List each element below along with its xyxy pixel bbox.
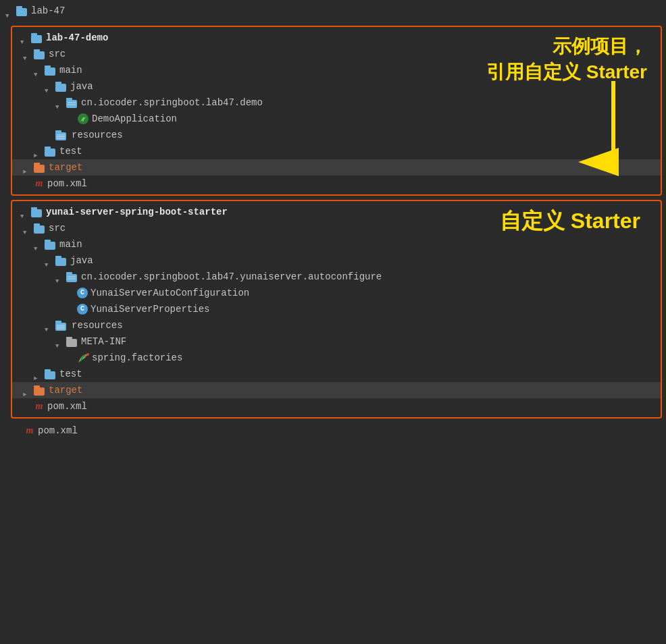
class-icon-properties: C <box>77 304 88 315</box>
starter-target-label: target <box>49 383 82 398</box>
demo-pom-label: pom.xml <box>47 176 87 191</box>
svg-rect-43 <box>66 337 72 340</box>
starter-resources-label: resources <box>72 318 123 333</box>
svg-rect-16 <box>55 130 61 133</box>
starter-metainf-arrow[interactable] <box>55 338 63 346</box>
maven-icon-demo: m <box>34 178 45 189</box>
svg-rect-11 <box>66 98 72 101</box>
svg-rect-31 <box>55 258 66 266</box>
demo-test-arrow[interactable] <box>34 147 42 155</box>
demo-target-arrow[interactable] <box>23 163 31 171</box>
starter-properties-node[interactable]: C YunaiServerProperties <box>12 301 661 317</box>
starter-pkg-arrow[interactable] <box>55 273 63 281</box>
demo-resources-node[interactable]: resources <box>12 127 661 143</box>
starter-pkg-folder-icon <box>66 272 78 282</box>
svg-rect-34 <box>66 272 72 275</box>
demo-pkg-arrow[interactable] <box>55 99 63 107</box>
demo-test-label: test <box>59 144 82 159</box>
root-pom-label: pom.xml <box>38 423 78 438</box>
root-arrow[interactable] <box>5 7 14 15</box>
svg-rect-9 <box>55 82 61 84</box>
svg-rect-1 <box>16 6 22 9</box>
demo-test-node[interactable]: test <box>12 143 661 159</box>
starter-target-folder-icon <box>34 385 46 396</box>
svg-rect-38 <box>55 321 61 323</box>
demo-root-arrow[interactable] <box>20 34 28 42</box>
svg-rect-46 <box>45 369 51 372</box>
demo-resources-folder-icon <box>55 130 69 140</box>
starter-pkg-node[interactable]: cn.iocoder.springboot.lab47.yunaiserver.… <box>12 269 661 285</box>
svg-rect-0 <box>16 8 27 16</box>
starter-main-node[interactable]: main <box>12 236 661 252</box>
starter-root-folder-icon <box>31 207 43 217</box>
demo-src-label: src <box>49 47 66 61</box>
starter-resources-arrow[interactable] <box>45 321 53 329</box>
root-label: lab-47 <box>31 3 65 19</box>
starter-metainf-label: META-INF <box>81 334 126 349</box>
starter-target-arrow[interactable] <box>23 386 31 394</box>
demo-pkg-label: cn.iocoder.springboot.lab47.demo <box>81 95 263 110</box>
starter-metainf-node[interactable]: META-INF <box>12 333 661 350</box>
demo-pkg-node[interactable]: cn.iocoder.springboot.lab47.demo <box>12 95 661 111</box>
demo-main-folder-icon <box>45 65 57 76</box>
svg-rect-25 <box>31 209 42 217</box>
demo-test-folder-icon <box>45 146 57 157</box>
maven-icon-root: m <box>24 425 35 436</box>
starter-project-box: yunai-server-spring-boot-starter 自定义 Sta… <box>11 200 662 419</box>
starter-properties-label: YunaiServerProperties <box>91 302 209 317</box>
starter-test-label: test <box>59 367 82 381</box>
starter-java-folder-icon <box>55 256 68 266</box>
demo-main-label: main <box>59 63 82 78</box>
starter-pom-label: pom.xml <box>47 399 87 414</box>
demo-java-label: java <box>70 79 93 94</box>
demo-project-box: lab-47-demo src main <box>11 26 662 196</box>
starter-pom-node[interactable]: m pom.xml <box>12 398 661 414</box>
starter-test-arrow[interactable] <box>34 370 42 378</box>
starter-java-node[interactable]: java <box>12 252 661 269</box>
starter-spring-factories-node[interactable]: spring.factories <box>12 350 661 366</box>
root-folder-icon <box>16 6 28 16</box>
svg-rect-48 <box>34 385 40 388</box>
starter-resources-node[interactable]: resources <box>12 317 661 333</box>
starter-target-node[interactable]: target <box>12 382 661 398</box>
svg-rect-27 <box>34 225 45 234</box>
demo-pom-node[interactable]: m pom.xml <box>12 176 661 192</box>
starter-auto-config-label: YunaiServerAutoConfiguration <box>91 286 249 300</box>
svg-rect-22 <box>34 165 45 173</box>
demo-src-folder-icon <box>34 49 46 59</box>
svg-rect-26 <box>31 207 37 210</box>
demo-pkg-folder-icon <box>66 98 78 108</box>
starter-src-arrow[interactable] <box>23 224 31 232</box>
demo-src-arrow[interactable] <box>23 50 31 58</box>
root-pom-node[interactable]: m pom.xml <box>0 423 666 439</box>
svg-rect-32 <box>55 256 61 259</box>
demo-target-folder-icon <box>34 163 46 173</box>
svg-rect-10 <box>66 100 77 108</box>
demo-root-folder-icon <box>31 33 43 43</box>
demo-main-arrow[interactable] <box>34 66 42 74</box>
svg-rect-30 <box>45 240 51 242</box>
svg-rect-45 <box>45 371 55 379</box>
demo-target-node[interactable]: target <box>12 159 661 176</box>
demo-java-folder-icon <box>55 82 68 92</box>
svg-rect-5 <box>34 49 40 52</box>
demo-app-node[interactable]: DemoApplication <box>12 111 661 127</box>
svg-rect-29 <box>45 242 55 250</box>
starter-main-arrow[interactable] <box>34 240 42 248</box>
starter-auto-config-node[interactable]: C YunaiServerAutoConfiguration <box>12 285 661 301</box>
starter-java-arrow[interactable] <box>45 257 53 265</box>
demo-resources-label: resources <box>72 128 123 142</box>
svg-rect-2 <box>31 35 42 43</box>
svg-rect-7 <box>45 65 51 68</box>
svg-rect-6 <box>45 68 55 76</box>
starter-resources-folder-icon <box>55 321 69 331</box>
starter-test-node[interactable]: test <box>12 366 661 382</box>
root-node: lab-47 <box>0 0 666 22</box>
starter-root-arrow[interactable] <box>20 208 28 216</box>
svg-rect-47 <box>34 387 45 396</box>
starter-main-label: main <box>59 237 82 252</box>
demo-java-arrow[interactable] <box>45 82 53 90</box>
svg-rect-21 <box>45 146 51 149</box>
maven-icon-starter: m <box>34 401 45 412</box>
meta-inf-folder-icon <box>66 337 78 347</box>
